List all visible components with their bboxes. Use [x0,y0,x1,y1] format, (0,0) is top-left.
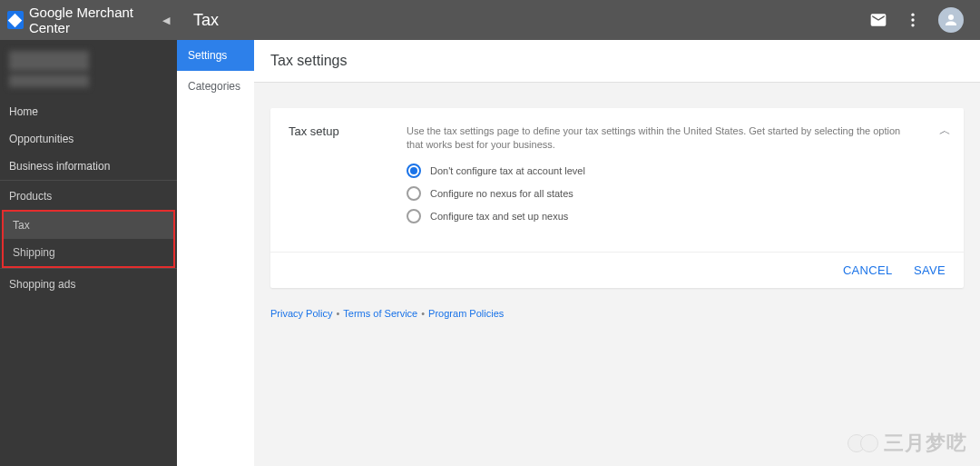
link-terms[interactable]: Terms of Service [343,308,417,319]
subnav-item-categories[interactable]: Categories [177,71,254,102]
sidebar-account [0,40,177,98]
topbar-right [869,7,980,33]
svg-point-2 [911,24,914,26]
radio-option-1[interactable]: Configure no nexus for all states [407,186,918,201]
tax-setup-card: Tax setup Use the tax settings page to d… [270,108,964,288]
sidebar-item-shipping[interactable]: Shipping [4,239,173,266]
watermark: 三月梦呓 [853,430,967,457]
collapse-sidebar-icon[interactable]: ◀ [162,15,170,26]
chevron-up-icon[interactable]: ︿ [939,123,951,139]
more-vert-icon[interactable] [904,11,922,29]
subnav-item-settings[interactable]: Settings [177,40,254,71]
footer-links: Privacy Policy•Terms of Service•Program … [254,288,980,339]
sidebar-item-opportunities[interactable]: Opportunities [0,125,177,153]
topbar-left: Google Merchant Center ◀ [0,5,177,35]
radio-icon [407,209,421,223]
app-logo [7,11,24,29]
topbar: Google Merchant Center ◀ Tax [0,0,980,40]
main-header: Tax settings [254,40,980,83]
card-desc: Use the tax settings page to define your… [407,124,918,153]
mail-icon[interactable] [869,11,887,29]
radio-label: Configure no nexus for all states [430,188,573,199]
radio-label: Don't configure tax at account level [430,165,585,176]
cancel-button[interactable]: CANCEL [843,263,893,277]
sidebar-section-shopping-ads[interactable]: Shopping ads [0,268,177,298]
radio-option-0[interactable]: Don't configure tax at account level [407,164,918,178]
avatar[interactable] [938,7,964,33]
main: Tax settings Tax setup Use the tax setti… [254,40,980,466]
page-title: Tax [177,11,869,30]
radio-icon [407,186,421,201]
sidebar-item-tax[interactable]: Tax [4,212,173,239]
sidebar-item-business-information[interactable]: Business information [0,153,177,180]
radio-icon [407,164,421,178]
radio-label: Configure tax and set up nexus [430,211,568,222]
svg-point-3 [948,15,954,20]
sidebar: Home Opportunities Business information … [0,40,177,466]
card-actions: CANCEL SAVE [270,252,964,288]
link-privacy[interactable]: Privacy Policy [270,308,332,319]
sidebar-section-products[interactable]: Products [0,180,177,210]
save-button[interactable]: SAVE [914,263,946,277]
sidebar-item-home[interactable]: Home [0,98,177,125]
watermark-icon [853,434,878,452]
svg-point-0 [911,14,914,16]
highlighted-group: Tax Shipping [2,210,175,268]
watermark-text: 三月梦呓 [884,430,967,457]
subnav: Settings Categories [177,40,254,466]
radio-option-2[interactable]: Configure tax and set up nexus [407,209,918,223]
svg-point-1 [911,18,914,21]
app-name: Google Merchant Center [29,5,162,35]
link-program[interactable]: Program Policies [428,308,504,319]
card-title: Tax setup [289,124,407,232]
